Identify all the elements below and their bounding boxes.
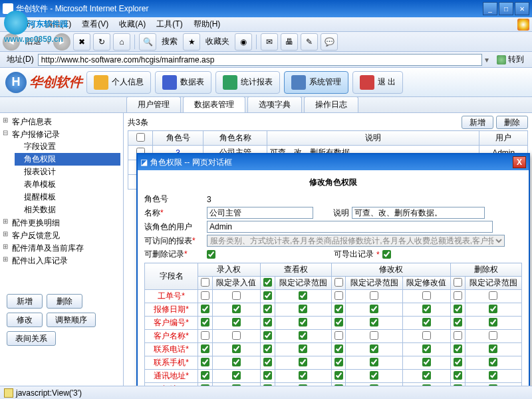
perm-check[interactable]: [263, 318, 272, 327]
perm-check[interactable]: [454, 344, 462, 353]
perm-check[interactable]: [334, 344, 343, 353]
subtab-3[interactable]: 操作日志: [304, 96, 358, 112]
perm-check[interactable]: [334, 371, 343, 380]
favorites-icon[interactable]: ★: [183, 33, 200, 51]
perm-check[interactable]: [454, 305, 462, 313]
perm-check[interactable]: [232, 344, 241, 353]
tree-item[interactable]: 配件清单及当前库存: [3, 242, 120, 255]
tree-item[interactable]: 报表设计: [15, 166, 120, 178]
perm-check[interactable]: [299, 344, 307, 353]
perm-check[interactable]: [201, 344, 209, 353]
perm-check[interactable]: [263, 344, 272, 353]
perm-check[interactable]: [299, 291, 307, 300]
perm-check[interactable]: [489, 358, 497, 366]
exp-checkbox[interactable]: [382, 250, 391, 259]
perm-check[interactable]: [232, 371, 241, 380]
mail-button[interactable]: ✉: [261, 33, 278, 51]
perm-check[interactable]: [422, 318, 431, 327]
perm-check[interactable]: [370, 358, 378, 366]
hdr-ck[interactable]: [263, 278, 272, 287]
search-icon[interactable]: 🔍: [139, 33, 156, 51]
perm-check[interactable]: [201, 371, 209, 380]
nav-统计报表[interactable]: 统计报表: [215, 71, 280, 94]
sidebar-btn-调整顺序[interactable]: 调整顺序: [47, 313, 96, 327]
perm-check[interactable]: [422, 344, 431, 353]
edit-button[interactable]: ✎: [301, 33, 318, 51]
tree-item[interactable]: 配件更换明细: [3, 217, 120, 229]
name-input[interactable]: [207, 207, 313, 219]
perm-check[interactable]: [232, 291, 241, 300]
hdr-ck[interactable]: [201, 278, 209, 287]
perm-check[interactable]: [263, 371, 272, 380]
perm-check[interactable]: [370, 305, 378, 313]
perm-check[interactable]: [232, 318, 241, 327]
nav-个人信息[interactable]: 个人信息: [86, 71, 151, 94]
perm-check[interactable]: [489, 371, 497, 380]
perm-check[interactable]: [299, 358, 307, 366]
home-button[interactable]: ⌂: [113, 33, 130, 51]
tree-item[interactable]: 客户反馈意见: [3, 229, 120, 242]
perm-check[interactable]: [299, 331, 307, 340]
perm-check[interactable]: [489, 331, 497, 340]
sidebar-btn-修改[interactable]: 修改: [7, 313, 43, 327]
perm-check[interactable]: [454, 291, 462, 300]
perm-check[interactable]: [489, 291, 497, 300]
sidebar-btn-删除[interactable]: 删除: [47, 294, 82, 309]
perm-check[interactable]: [232, 331, 241, 340]
perm-check[interactable]: [489, 318, 497, 327]
perm-check[interactable]: [201, 358, 209, 366]
nav-数据表[interactable]: 数据表: [155, 71, 211, 94]
perm-check[interactable]: [299, 318, 307, 327]
perm-check[interactable]: [201, 305, 209, 313]
perm-check[interactable]: [263, 331, 272, 340]
perm-check[interactable]: [201, 318, 209, 327]
perm-check[interactable]: [454, 318, 462, 327]
tree-item[interactable]: 角色权限: [15, 153, 120, 166]
address-input[interactable]: [38, 54, 482, 66]
address-dropdown[interactable]: ▾: [482, 55, 491, 65]
delete-button[interactable]: 删除: [496, 116, 528, 129]
perm-check[interactable]: [370, 291, 378, 300]
perm-check[interactable]: [299, 371, 307, 380]
menu-file[interactable]: 文件(F): [3, 19, 39, 30]
menu-help[interactable]: 帮助(H): [188, 19, 226, 30]
perm-check[interactable]: [370, 331, 378, 340]
subtab-2[interactable]: 选项字典: [247, 96, 302, 112]
back-button[interactable]: ◄: [3, 33, 20, 51]
tree-item[interactable]: 相关数据: [15, 203, 120, 216]
tree-item[interactable]: 表单模板: [15, 178, 120, 191]
perm-check[interactable]: [263, 358, 272, 366]
subtab-0[interactable]: 用户管理: [126, 96, 181, 112]
perm-check[interactable]: [370, 318, 378, 327]
print-button[interactable]: 🖶: [281, 33, 298, 51]
tree-item[interactable]: 配件出入库记录: [3, 255, 120, 267]
subtab-1[interactable]: 数据表管理: [183, 96, 245, 112]
select-all[interactable]: [136, 133, 145, 142]
minimize-button[interactable]: _: [483, 2, 497, 15]
perm-check[interactable]: [422, 305, 431, 313]
menu-view[interactable]: 查看(V): [76, 19, 114, 30]
perm-check[interactable]: [422, 331, 431, 340]
dialog-close-button[interactable]: X: [513, 156, 526, 168]
desc-input[interactable]: [352, 207, 485, 219]
menu-tools[interactable]: 工具(T): [151, 19, 188, 30]
stop-button[interactable]: ✖: [73, 33, 90, 51]
perm-check[interactable]: [422, 371, 431, 380]
go-button[interactable]: 转到: [491, 54, 529, 65]
perm-check[interactable]: [232, 358, 241, 366]
menu-fav[interactable]: 收藏(A): [114, 19, 151, 30]
discuss-button[interactable]: 💬: [321, 33, 338, 51]
perm-check[interactable]: [454, 358, 462, 366]
perm-check[interactable]: [334, 318, 343, 327]
perm-check[interactable]: [489, 344, 497, 353]
perm-check[interactable]: [370, 344, 378, 353]
dialog-titlebar[interactable]: ◪ 角色权限 -- 网页对话框 X: [138, 154, 529, 170]
perm-check[interactable]: [489, 305, 497, 313]
nav-退 出[interactable]: 退 出: [352, 71, 403, 94]
tree-item[interactable]: 提醒模板: [15, 191, 120, 203]
history-button[interactable]: ◉: [235, 33, 252, 51]
forward-button[interactable]: ►: [53, 33, 70, 51]
del-checkbox[interactable]: [207, 250, 215, 259]
perm-check[interactable]: [454, 331, 462, 340]
perm-check[interactable]: [201, 331, 209, 340]
